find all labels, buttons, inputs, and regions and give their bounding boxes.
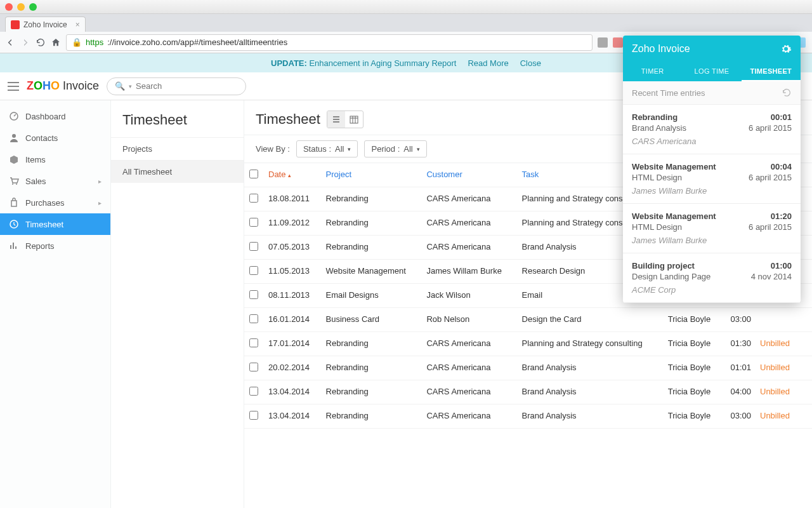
ext-tab-timer[interactable]: TIMER [623,62,682,81]
row-checkbox[interactable] [244,260,263,284]
cell-project: Rebranding [321,356,422,380]
cell-project: Rebranding [321,187,422,211]
cell-customer: CARS Americana [421,404,516,429]
cell-customer: CARS Americana [421,236,516,260]
row-checkbox[interactable] [244,332,263,356]
shield-icon[interactable] [598,37,608,48]
entry-date: 6 april 2015 [749,222,792,232]
cell-date: 16.01.2014 [263,308,321,332]
recent-entry[interactable]: Website Management00:04HTML Design6 apri… [623,154,801,204]
banner-read-more-link[interactable]: Read More [468,58,508,68]
row-checkbox[interactable] [244,380,263,404]
banner-close-link[interactable]: Close [520,58,541,68]
view-toggle [327,110,363,128]
browser-tab[interactable]: Zoho Invoice × [5,17,86,32]
entry-date: 6 april 2015 [749,123,792,133]
sidebar-item-dashboard[interactable]: Dashboard [0,105,110,127]
sidebar-item-sales[interactable]: Sales▸ [0,170,110,192]
secondary-sidebar: Timesheet ProjectsAll Timesheet [111,100,244,508]
cell-date: 13.04.2014 [263,404,321,429]
window-minimize-dot[interactable] [17,3,25,11]
zoho-logo: ZOHO Invoice [27,79,99,93]
cell-status: Unbilled [755,404,812,429]
svg-point-1 [12,134,16,138]
window-close-dot[interactable] [5,3,13,11]
cell-status: Unbilled [755,356,812,380]
cell-project: Email Designs [321,284,422,308]
extension-popup: Zoho Invoice TIMERLOG TIMETIMESHEET Rece… [623,36,801,303]
calendar-view-button[interactable] [345,111,363,128]
column-header-project[interactable]: Project [321,163,422,187]
dropdown-caret-icon[interactable]: ▾ [129,83,132,90]
sidebar-item-timesheet[interactable]: Timesheet [0,213,110,235]
entry-date: 4 nov 2014 [751,272,792,281]
cell-task: Brand Analysis [517,356,663,380]
row-checkbox[interactable] [244,284,263,308]
table-row[interactable]: 17.01.2014RebrandingCARS AmericanaPlanni… [244,332,812,356]
close-icon[interactable]: × [75,20,80,29]
table-row[interactable]: 13.04.2014RebrandingCARS AmericanaBrand … [244,404,812,429]
row-checkbox[interactable] [244,404,263,429]
entry-time: 01:00 [771,261,792,271]
global-search[interactable]: 🔍 ▾ [107,77,246,95]
cell-time: 03:00 [722,404,755,429]
cell-project: Rebranding [321,332,422,356]
cell-date: 13.04.2014 [263,380,321,404]
reload-button[interactable] [36,37,46,48]
ext-tab-timesheet[interactable]: TIMESHEET [742,62,801,81]
gear-icon[interactable] [780,43,792,55]
list-view-button[interactable] [327,111,345,128]
secondary-item[interactable]: Projects [111,137,244,160]
row-checkbox[interactable] [244,236,263,260]
row-checkbox[interactable] [244,187,263,211]
entry-customer: CARS Americana [632,137,792,146]
search-input[interactable] [136,81,242,91]
home-button[interactable] [51,37,61,48]
cell-time: 04:00 [722,380,755,404]
window-zoom-dot[interactable] [29,3,37,11]
recent-entry[interactable]: Building project01:00Design Landing Page… [623,253,801,303]
row-checkbox[interactable] [244,356,263,380]
chevron-right-icon: ▸ [98,178,102,185]
url-path: ://invoice.zoho.com/app#/timesheet/allti… [107,37,287,47]
entry-time: 00:01 [771,112,792,122]
ext-tab-log-time[interactable]: LOG TIME [682,62,741,81]
entry-date: 6 april 2015 [749,173,792,182]
row-checkbox[interactable] [244,211,263,236]
table-row[interactable]: 16.01.2014Business CardRob NelsonDesign … [244,308,812,332]
recent-entry[interactable]: Website Management01:20HTML Design6 apri… [623,204,801,253]
url-bar[interactable]: 🔒 https://invoice.zoho.com/app#/timeshee… [66,34,593,51]
sidebar-item-items[interactable]: Items [0,149,110,170]
period-filter[interactable]: Period : All ▾ [364,140,426,157]
hamburger-icon[interactable] [8,82,19,91]
forward-button[interactable] [20,37,30,48]
sidebar-item-purchases[interactable]: Purchases▸ [0,192,110,213]
refresh-icon[interactable] [782,88,792,98]
sidebar-item-label: Sales [25,177,46,186]
cell-user: Tricia Boyle [663,356,722,380]
chevron-right-icon: ▸ [98,199,102,206]
svg-rect-5 [350,116,358,123]
row-checkbox[interactable] [244,308,263,332]
cell-project: Website Management [321,260,422,284]
sidebar-item-label: Timesheet [25,220,63,229]
back-button[interactable] [5,37,15,48]
entry-task: Design Landing Page [632,272,710,281]
table-row[interactable]: 13.04.2014RebrandingCARS AmericanaBrand … [244,380,812,404]
column-header-customer[interactable]: Customer [421,163,516,187]
sidebar-item-reports[interactable]: Reports [0,235,110,257]
entry-project: Rebranding [632,112,678,122]
select-all-checkbox[interactable] [244,163,263,187]
banner-lead: UPDATE: [271,58,307,68]
browser-tab-strip: Zoho Invoice × [0,14,812,32]
sidebar-item-label: Purchases [25,198,64,208]
cell-date: 08.11.2013 [263,284,321,308]
secondary-item[interactable]: All Timesheet [111,160,244,183]
status-filter[interactable]: Status : All ▾ [296,140,358,157]
left-sidebar: DashboardContactsItemsSales▸Purchases▸Ti… [0,100,111,508]
table-row[interactable]: 20.02.2014RebrandingCARS AmericanaBrand … [244,356,812,380]
recent-entry[interactable]: Rebranding00:01Brand Analysis6 april 201… [623,105,801,154]
column-header-date[interactable]: Date ▴ [263,163,321,187]
ext-icon[interactable] [613,37,623,48]
sidebar-item-contacts[interactable]: Contacts [0,127,110,149]
